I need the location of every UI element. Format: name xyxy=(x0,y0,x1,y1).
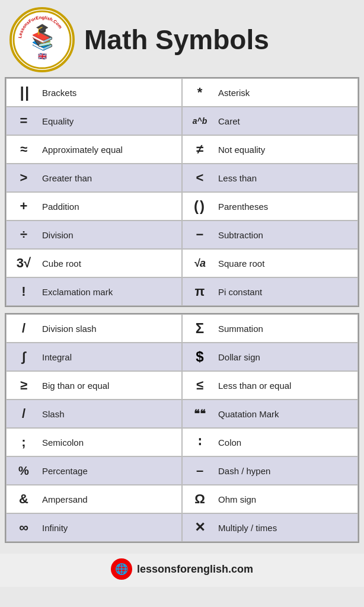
table-grid-1: | | Brackets * Asterisk = Equality a^b C… xyxy=(6,78,358,306)
symbol: ≈ xyxy=(11,142,36,157)
table-row: ∫ Integral xyxy=(6,343,182,371)
symbol-label: Subtraction xyxy=(218,230,353,240)
table-row: ; Semicolon xyxy=(6,428,182,456)
symbol: % xyxy=(11,464,36,478)
page-title: Math Symbols xyxy=(84,24,269,56)
page-header: LessonsForEnglish.Com 📚 🎓 🇬🇧 Math Symbol… xyxy=(0,0,364,77)
symbol-label: Colon xyxy=(218,437,353,448)
page-footer: 🌐 lessonsforenglish.com xyxy=(0,554,364,587)
symbol-label: Approximately equal xyxy=(42,145,177,155)
table-row: & Ampersand xyxy=(6,485,182,513)
table-row: % Percentage xyxy=(6,456,182,485)
table-row: / Division slash xyxy=(6,314,182,343)
table-row: Ω Ohm sign xyxy=(182,485,358,513)
symbol-label: Equality xyxy=(42,116,177,126)
symbol-label: Percentage xyxy=(42,466,177,476)
symbol-label: Quatation Mark xyxy=(218,409,353,419)
symbol-label: Integral xyxy=(42,352,177,362)
symbol-label: Ampersand xyxy=(42,494,177,504)
table-row: = Equality xyxy=(6,107,182,135)
symbol-label: Dash / hypen xyxy=(218,466,353,476)
logo: LessonsForEnglish.Com 📚 🎓 🇬🇧 xyxy=(9,7,75,72)
table-row: | | Brackets xyxy=(6,78,182,107)
globe-symbol: 🌐 xyxy=(115,563,128,576)
symbol: a^b xyxy=(187,116,212,126)
symbol: Ω xyxy=(187,491,212,507)
symbol: + xyxy=(11,199,36,214)
table-section-2: / Division slash Σ Summation ∫ Integral … xyxy=(5,313,359,543)
symbol-label: Ohm sign xyxy=(218,494,353,504)
symbol-label: Brackets xyxy=(42,88,177,98)
symbol: = xyxy=(11,113,36,129)
symbol-label: Less than or equal xyxy=(218,381,353,391)
symbol-label: Exclamation mark xyxy=(42,287,177,297)
table-grid-2: / Division slash Σ Summation ∫ Integral … xyxy=(6,314,358,542)
symbol: > xyxy=(11,170,36,186)
symbol-label: Square root xyxy=(218,258,353,269)
table-row: () Parentheses xyxy=(182,192,358,221)
symbol: ❝❝ xyxy=(187,407,212,420)
symbol: < xyxy=(187,170,212,186)
symbol-label: Multiply / times xyxy=(218,523,353,533)
svg-text:🎓: 🎓 xyxy=(36,23,49,36)
table-row: ≈ Approximately equal xyxy=(6,135,182,164)
symbol-label: Greater than xyxy=(42,173,177,183)
table-row: + Paddition xyxy=(6,192,182,221)
footer-globe-icon: 🌐 xyxy=(111,558,132,580)
table-row: ≤ Less than or equal xyxy=(182,371,358,400)
symbol-label: Division xyxy=(42,230,177,240)
table-row: < Less than xyxy=(182,164,358,192)
table-row: − Subtraction xyxy=(182,221,358,249)
symbol: − xyxy=(187,227,212,242)
symbol: ≥ xyxy=(11,378,36,393)
symbol: ∞ xyxy=(11,520,36,535)
symbol: ≠ xyxy=(187,142,212,157)
table-row: * Asterisk xyxy=(182,78,358,107)
symbol: ! xyxy=(11,284,36,299)
symbol: √a xyxy=(187,257,212,270)
symbol-label: Big than or equal xyxy=(42,381,177,391)
symbol-label: Paddition xyxy=(42,202,177,212)
table-section-1: | | Brackets * Asterisk = Equality a^b C… xyxy=(5,77,359,307)
symbol-label: Summation xyxy=(218,324,353,334)
table-row: ∶ Colon xyxy=(182,428,358,456)
table-row: ÷ Division xyxy=(6,221,182,249)
symbol: / xyxy=(11,406,36,421)
symbol: π xyxy=(187,284,212,299)
symbol: & xyxy=(11,491,36,507)
symbol: * xyxy=(187,85,212,100)
symbol: ∫ xyxy=(11,349,36,365)
table-row: ∞ Infinity xyxy=(6,513,182,542)
table-row: ≥ Big than or equal xyxy=(6,371,182,400)
symbol-label: Pi constant xyxy=(218,287,353,297)
table-row: √a Square root xyxy=(182,249,358,277)
table-row: a^b Caret xyxy=(182,107,358,135)
table-row: ≠ Not equality xyxy=(182,135,358,164)
table-row: ! Exclamation mark xyxy=(6,277,182,306)
symbol: ∶ xyxy=(187,435,212,450)
symbol-label: Semicolon xyxy=(42,437,177,448)
footer-url: lessonsforenglish.com xyxy=(137,563,253,576)
symbol-label: Parentheses xyxy=(218,202,353,212)
symbol-label: Dollar sign xyxy=(218,352,353,362)
symbol-label: Caret xyxy=(218,116,353,126)
svg-text:🇬🇧: 🇬🇧 xyxy=(38,52,47,60)
table-row: ❝❝ Quatation Mark xyxy=(182,400,358,428)
symbol: () xyxy=(187,198,212,215)
symbol-label: Cube root xyxy=(42,258,177,269)
table-row: $ Dollar sign xyxy=(182,343,358,371)
symbol: | | xyxy=(11,84,36,102)
symbol: – xyxy=(187,463,212,478)
table-row: Σ Summation xyxy=(182,314,358,343)
content-area: | | Brackets * Asterisk = Equality a^b C… xyxy=(0,77,364,554)
table-row: ✕ Multiply / times xyxy=(182,513,358,542)
symbol-label: Asterisk xyxy=(218,88,353,98)
logo-svg: LessonsForEnglish.Com 📚 🎓 🇬🇧 xyxy=(12,10,72,69)
symbol-label: Less than xyxy=(218,173,353,183)
symbol-label: Not equality xyxy=(218,145,353,155)
table-row: / Slash xyxy=(6,400,182,428)
table-row: > Greater than xyxy=(6,164,182,192)
table-row: 3√ Cube root xyxy=(6,249,182,277)
symbol: / xyxy=(11,321,36,336)
symbol: Σ xyxy=(187,320,212,337)
